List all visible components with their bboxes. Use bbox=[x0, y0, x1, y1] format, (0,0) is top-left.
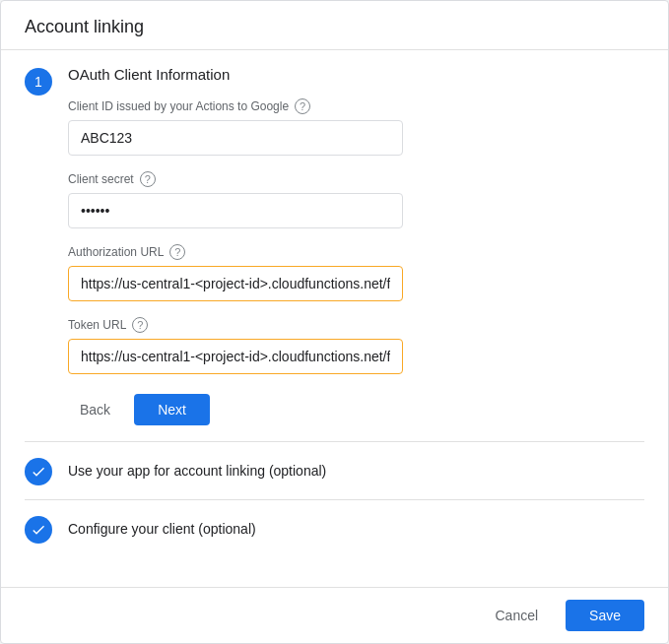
step-1-title: OAuth Client Information bbox=[68, 66, 644, 83]
client-id-label: Client ID issued by your Actions to Goog… bbox=[68, 98, 644, 114]
token-url-help-icon[interactable]: ? bbox=[132, 317, 148, 333]
step-3-label: Configure your client (optional) bbox=[68, 521, 256, 537]
client-id-group: Client ID issued by your Actions to Goog… bbox=[68, 98, 644, 156]
dialog-title: Account linking bbox=[25, 17, 144, 36]
cancel-button[interactable]: Cancel bbox=[479, 600, 554, 631]
step-1-number: 1 bbox=[34, 74, 42, 90]
step-3-check-icon bbox=[31, 522, 46, 538]
auth-url-label: Authorization URL ? bbox=[68, 244, 644, 260]
client-id-input[interactable] bbox=[68, 120, 403, 156]
step-1-content: OAuth Client Information Client ID issue… bbox=[68, 66, 644, 425]
step-2-row: Use your app for account linking (option… bbox=[25, 441, 644, 499]
step-2-label: Use your app for account linking (option… bbox=[68, 463, 326, 479]
step-3-row: Configure your client (optional) bbox=[25, 499, 644, 557]
save-button[interactable]: Save bbox=[566, 600, 644, 631]
client-secret-help-icon[interactable]: ? bbox=[140, 171, 156, 187]
dialog-body: 1 OAuth Client Information Client ID iss… bbox=[1, 50, 668, 587]
dialog-header: Account linking bbox=[1, 1, 668, 50]
token-url-group: Token URL ? bbox=[68, 317, 644, 374]
client-secret-label: Client secret ? bbox=[68, 171, 644, 187]
token-url-label: Token URL ? bbox=[68, 317, 644, 333]
dialog-footer: Cancel Save bbox=[1, 587, 668, 643]
account-linking-dialog: Account linking 1 OAuth Client Informati… bbox=[0, 0, 669, 644]
auth-url-input[interactable] bbox=[68, 266, 403, 301]
next-button[interactable]: Next bbox=[134, 394, 210, 425]
step-1-buttons: Back Next bbox=[68, 394, 644, 425]
step-1-circle: 1 bbox=[25, 68, 52, 96]
client-id-help-icon[interactable]: ? bbox=[295, 98, 310, 114]
client-secret-group: Client secret ? bbox=[68, 171, 644, 228]
step-2-circle bbox=[25, 458, 52, 485]
client-secret-input[interactable] bbox=[68, 193, 403, 228]
token-url-input[interactable] bbox=[68, 339, 403, 374]
auth-url-help-icon[interactable]: ? bbox=[169, 244, 185, 260]
step-2-check-icon bbox=[31, 464, 46, 480]
step-3-circle bbox=[25, 516, 52, 544]
auth-url-group: Authorization URL ? bbox=[68, 244, 644, 301]
step-1-row: 1 OAuth Client Information Client ID iss… bbox=[25, 66, 644, 425]
back-button[interactable]: Back bbox=[68, 394, 122, 425]
